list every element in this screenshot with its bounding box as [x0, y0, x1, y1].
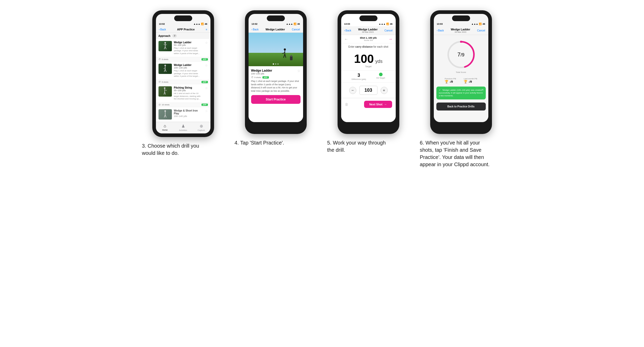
bookmark-icon-4[interactable]: ☆ — [205, 109, 208, 113]
card-title-row-4: Wedge Ladder 100–140 yds ☆ — [251, 69, 301, 75]
back-btn-3[interactable]: ‹ Back — [159, 28, 166, 31]
next-shot-arrow-5[interactable]: → — [389, 37, 393, 41]
golf-image-area-4 — [249, 33, 303, 66]
drill-item-3[interactable]: Pitching String 55–100 yds Hit 1 shot at… — [156, 84, 210, 103]
back-btn-5[interactable]: ‹ Back — [344, 29, 351, 32]
back-chevron-6: ‹ — [437, 29, 438, 32]
drill-info-1: Wedge Ladder 50–100 yds Play 1 shot at e… — [174, 41, 203, 55]
time-3: 13:02 — [159, 23, 165, 25]
bookmark-icon-3[interactable]: ☆ — [205, 86, 208, 90]
next-shot-bar-5: 🗑 Next Shot → — [341, 98, 396, 111]
bookmark-icon-1[interactable]: ☆ — [205, 41, 208, 45]
prev-pb-label-6: Previous PB — [445, 78, 456, 80]
score-text-6: 7/9 — [457, 51, 464, 58]
tab-capture-3[interactable]: ⊕ Capture — [192, 124, 210, 131]
nav-cancel-5[interactable]: Cancel — [384, 29, 392, 32]
trophy-icon-prev-6: 🏆 — [445, 80, 448, 83]
hit-target-stat-5: Hit Target — [376, 73, 385, 80]
svg-point-6 — [164, 65, 166, 66]
wifi-icon-4: 📶 — [294, 23, 296, 25]
step-6-desc: 6. When you've hit all your shots, tap '… — [420, 139, 492, 168]
filter-bar-3: Approach 7 — [156, 33, 210, 39]
target-display-5: 100 yds Target — [341, 50, 396, 70]
phone-6: 13:03 ▲▲▲ 📶 46 ‹ Back Wedge Ladder 06 Ma… — [430, 10, 492, 134]
diff-value-5: 3 — [351, 73, 366, 78]
step-6-column: 13:03 ▲▲▲ 📶 46 ‹ Back Wedge Ladder 06 Ma… — [420, 10, 502, 168]
results-screen-6: 7/9 Total Score Previous PB 🏆 -/9 — [434, 35, 488, 122]
dynamic-island-4 — [267, 15, 285, 21]
back-btn-4[interactable]: ‹ Back — [252, 28, 259, 31]
drill-thumb-2 — [158, 64, 172, 74]
back-chevron-3: ‹ — [159, 28, 160, 31]
score-fraction-6: 7/9 — [457, 51, 464, 58]
drill-item-1[interactable]: Wedge Ladder 50–100 yds Play 1 shot at e… — [156, 39, 210, 57]
last-month-pb-value-6: 🏆 -/9 — [464, 80, 477, 83]
stats-row-5: 3 Difference (yds) Hit Target — [341, 70, 396, 83]
drill-thumb-1 — [158, 41, 172, 51]
drill-screen-5: ← Shot 1, 100 yds Score 5/9 → Enter carr… — [341, 35, 396, 122]
time-6: 13:03 — [437, 23, 443, 25]
tab-activities-3[interactable]: ♟ Activities — [174, 124, 192, 131]
time-4: 13:02 — [252, 23, 258, 25]
target-label-5: Target — [344, 65, 393, 68]
drill-info-2: Wedge Ladder 100–140 yds Play 1 shot at … — [174, 64, 203, 78]
drill-item-4[interactable]: Wedge & Short Iron Play 100–140 yds ☆ — [156, 107, 210, 122]
toast-close-6[interactable]: ✕ — [482, 88, 484, 92]
activities-icon-3: ♟ — [181, 124, 185, 129]
hit-target-label-5: Hit Target — [376, 77, 385, 79]
dynamic-island-5 — [359, 15, 377, 21]
svg-line-23 — [282, 53, 283, 54]
svg-line-10 — [165, 69, 166, 72]
hit-target-dot-5 — [379, 73, 383, 76]
prev-shot-arrow-5[interactable]: ← — [344, 37, 348, 41]
drill-footer-3: ⏱ 10 shots APP — [156, 103, 210, 107]
check-icon-toast-6: ✓ — [439, 89, 441, 91]
svg-point-11 — [164, 87, 165, 89]
golf-bag-svg-4 — [289, 55, 293, 60]
target-value-5: 100 — [354, 53, 374, 65]
increment-btn-5[interactable]: + — [381, 87, 388, 94]
next-arrow-icon-5: → — [384, 103, 387, 106]
diff-label-5: Difference (yds) — [351, 78, 366, 80]
last-month-pb-label-6: Last month PB — [464, 78, 477, 80]
nav-bar-4: ‹ Back Wedge Ladder Cancel — [249, 26, 303, 33]
wifi-icon-5: 📶 — [386, 23, 389, 25]
step-4-column: 13:02 ▲▲▲ 📶 46 ‹ Back Wedge Ladder Cance… — [235, 10, 317, 146]
bookmark-icon-2[interactable]: ☆ — [205, 64, 208, 67]
nav-title-3: APP Practice — [177, 28, 195, 31]
status-bar-6: 13:03 ▲▲▲ 📶 46 — [434, 22, 488, 26]
trash-icon-5[interactable]: 🗑 — [345, 102, 348, 106]
status-bar-3: 13:02 ▲▲▲ 📶 46 — [156, 22, 210, 26]
nav-cancel-4[interactable]: Cancel — [292, 28, 300, 31]
nav-menu-3[interactable]: ≡ — [206, 28, 207, 31]
svg-line-9 — [164, 69, 165, 72]
app-badge-3: APP — [201, 104, 208, 106]
shot-nav-5: ← Shot 1, 100 yds Score 5/9 → — [341, 35, 396, 43]
tab-home-3[interactable]: ⌂ Home — [156, 124, 174, 131]
svg-line-5 — [165, 47, 166, 49]
decrement-btn-5[interactable]: − — [349, 87, 356, 94]
nav-title-6: Wedge Ladder — [451, 28, 470, 31]
nav-cancel-6[interactable]: Cancel — [477, 29, 485, 32]
app-badge-card-4: APP — [262, 76, 269, 79]
start-practice-btn-4[interactable]: Start Practice — [251, 95, 301, 104]
svg-line-13 — [165, 90, 167, 90]
drill-item-2[interactable]: Wedge Ladder 100–140 yds Play 1 shot at … — [156, 62, 210, 80]
success-toast-6: ✓ 'Wedge Ladder (100–140 yds)' was creat… — [436, 87, 486, 99]
back-to-drills-btn-6[interactable]: Back to Practice Drills — [436, 103, 486, 111]
svg-rect-26 — [290, 56, 293, 60]
value-box-5[interactable]: 103 — [359, 86, 377, 95]
svg-line-19 — [165, 115, 166, 117]
signal-icon-5: ▲▲▲ — [379, 23, 386, 25]
shots-icon-3: ⏱ — [158, 104, 161, 106]
next-shot-btn-5[interactable]: Next Shot → — [364, 101, 392, 108]
prev-pb-value-6: 🏆 -/9 — [445, 80, 456, 83]
bookmark-icon-card-4[interactable]: ☆ — [297, 69, 301, 73]
drill-footer-2: ⏱ 9 shots APP — [156, 80, 210, 84]
total-score-label-6: Total Score — [456, 71, 466, 73]
nav-title-group-6: Wedge Ladder 06 Mar 2023 — [451, 28, 470, 33]
svg-point-0 — [164, 42, 166, 44]
filter-label-3: Approach — [158, 35, 171, 37]
battery-icon-5: 46 — [390, 23, 392, 25]
back-btn-6[interactable]: ‹ Back — [437, 29, 444, 32]
